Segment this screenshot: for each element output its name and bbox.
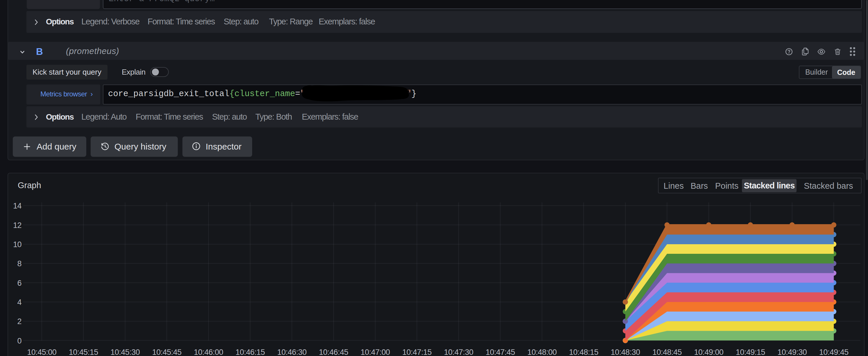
svg-text:10:45:15: 10:45:15 [69, 348, 98, 356]
svg-text:10:49:30: 10:49:30 [777, 348, 807, 356]
svg-text:10:48:30: 10:48:30 [611, 348, 640, 356]
svg-text:8: 8 [17, 259, 22, 268]
svg-text:10:45:30: 10:45:30 [111, 348, 140, 356]
svg-text:12: 12 [13, 221, 22, 230]
svg-text:10: 10 [13, 240, 22, 249]
svg-text:10:47:00: 10:47:00 [361, 348, 390, 356]
svg-text:2: 2 [17, 317, 22, 326]
svg-text:10:46:45: 10:46:45 [319, 348, 348, 356]
svg-text:10:47:15: 10:47:15 [402, 348, 432, 356]
svg-text:10:47:30: 10:47:30 [444, 348, 473, 356]
svg-text:10:48:15: 10:48:15 [569, 348, 598, 356]
svg-text:0: 0 [17, 336, 22, 345]
svg-text:10:48:45: 10:48:45 [652, 348, 682, 356]
svg-text:10:49:15: 10:49:15 [736, 348, 765, 356]
svg-text:6: 6 [17, 279, 22, 288]
svg-text:10:49:45: 10:49:45 [819, 348, 848, 356]
svg-text:10:45:45: 10:45:45 [152, 348, 182, 356]
svg-text:10:47:45: 10:47:45 [486, 348, 515, 356]
svg-text:14: 14 [13, 201, 22, 210]
svg-text:10:45:00: 10:45:00 [27, 348, 56, 356]
svg-text:10:46:15: 10:46:15 [236, 348, 265, 356]
svg-text:4: 4 [17, 298, 22, 306]
svg-text:10:49:00: 10:49:00 [694, 348, 723, 356]
svg-text:10:46:30: 10:46:30 [277, 348, 307, 356]
svg-text:10:48:00: 10:48:00 [527, 348, 557, 356]
svg-text:10:46:00: 10:46:00 [194, 348, 223, 356]
